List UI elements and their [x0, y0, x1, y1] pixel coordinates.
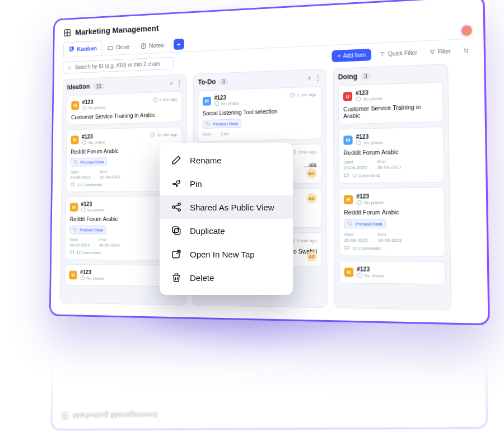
card-dates: Start20-08-2023 End20-09-2023: [344, 232, 440, 243]
filter-button[interactable]: Filter: [426, 45, 455, 58]
tab-notes-label: Notes: [149, 42, 164, 49]
svg-point-18: [357, 140, 361, 145]
info-icon: [82, 140, 87, 146]
assignee-badge[interactable]: AC: [306, 168, 316, 178]
column-todo-header: To-Do 3 + ⋮: [198, 74, 321, 86]
column-menu-button[interactable]: ⋮: [176, 79, 182, 87]
card[interactable]: H #123 No phase: [339, 261, 445, 285]
svg-point-19: [357, 200, 362, 205]
card-tag[interactable]: Preload Data: [69, 226, 106, 235]
svg-point-9: [82, 140, 86, 144]
card-color-icon: H: [71, 135, 78, 144]
ctx-open-label: Open In New Tap: [190, 250, 255, 259]
add-item-label: Add Item: [343, 51, 366, 59]
card[interactable]: M #123 No phase 1 min ago Social Listeni…: [198, 86, 321, 142]
card-color-icon: H: [71, 101, 79, 110]
clock-icon: [153, 97, 158, 102]
card-comments[interactable]: 12 Comments: [344, 245, 440, 251]
card-phase: No phase: [356, 139, 383, 146]
column-doing: Doing 3 U #123 No phase Customer Service…: [333, 64, 452, 310]
card[interactable]: M #123 No phase Reddit Forum Arabic Star…: [338, 126, 444, 184]
column-ideation-header: Ideation 10 + ⋮: [67, 79, 183, 91]
page-title-text: Marketing Management: [75, 24, 158, 37]
avatar[interactable]: [461, 25, 473, 37]
tag-icon: [347, 221, 353, 227]
column-todo-title: To-Do: [198, 78, 216, 86]
card-color-icon: U: [343, 92, 352, 101]
add-item-button[interactable]: + Add Item: [332, 49, 372, 62]
kanban-icon: [68, 46, 74, 53]
card-phase: No phase: [356, 199, 384, 205]
tab-kanban[interactable]: Kanban: [63, 40, 102, 57]
card-comments[interactable]: 12 Comments: [344, 171, 439, 179]
svg-point-7: [83, 106, 87, 110]
filter-icon: [429, 49, 436, 55]
column-add-button[interactable]: +: [169, 79, 173, 87]
assignee-badge[interactable]: AC: [307, 251, 317, 262]
card-color-icon: H: [69, 270, 77, 279]
card-timestamp: 10 min ago: [150, 132, 178, 138]
svg-point-17: [356, 97, 361, 101]
info-icon: [357, 273, 362, 278]
search-icon: [67, 65, 72, 71]
card-tag[interactable]: Preload Data: [203, 119, 241, 129]
card-dates: Start End: [203, 129, 317, 137]
duplicate-icon: [171, 225, 182, 236]
filter-label: Filter: [438, 48, 451, 55]
drive-icon: [108, 44, 114, 51]
open-external-icon: [171, 249, 182, 260]
card-timestamp: 1 min ago: [290, 91, 316, 98]
card-color-icon: H: [344, 268, 353, 277]
card-title: Customer Service Training in Arabic: [343, 103, 438, 119]
card-id: #123: [357, 266, 384, 273]
ctx-shared-public[interactable]: Shared As Public View: [160, 195, 293, 219]
ctx-duplicate[interactable]: Duplicate: [160, 219, 293, 242]
ctx-pin-label: Pin: [190, 179, 202, 189]
svg-point-13: [215, 101, 219, 106]
card-id: #123: [81, 201, 104, 207]
column-ideation-count: 10: [93, 82, 105, 90]
search-input[interactable]: [75, 60, 169, 71]
share-icon: [171, 201, 182, 213]
ctx-pin[interactable]: Pin: [160, 172, 293, 195]
card-color-icon: H: [70, 203, 78, 211]
card-phase: No phase: [356, 95, 382, 102]
tab-drive-label: Drive: [116, 44, 129, 50]
info-icon: [80, 275, 85, 281]
column-todo-count: 3: [219, 78, 228, 85]
card-tag[interactable]: Preload Data: [71, 157, 107, 166]
tab-notes[interactable]: Notes: [135, 37, 170, 54]
card-title: Reddit Forum Arabic: [343, 148, 438, 157]
column-ideation-title: Ideation: [67, 83, 90, 91]
assignee-badge[interactable]: AC: [307, 193, 317, 203]
info-icon: [356, 96, 361, 102]
quick-filter-label: Quick Filter: [388, 49, 417, 57]
svg-rect-3: [71, 47, 72, 52]
column-menu-button[interactable]: ⋮: [315, 74, 321, 82]
card[interactable]: H #123 No phase Reddit Forum Arabic Prel…: [339, 187, 445, 256]
quick-filter-button[interactable]: Quick Filter: [376, 47, 421, 60]
sort-button[interactable]: [459, 45, 473, 57]
card-timestamp: 5 min ago: [153, 96, 178, 102]
search-input-wrap[interactable]: [63, 57, 174, 74]
info-icon: [214, 101, 220, 106]
ctx-open-new-tab[interactable]: Open In New Tap: [160, 242, 293, 266]
card-color-icon: M: [343, 135, 352, 145]
tag-icon: [73, 160, 78, 165]
tab-drive[interactable]: Drive: [102, 39, 135, 55]
grid-icon: [63, 28, 71, 37]
card[interactable]: U #123 No phase Customer Service Trainin…: [338, 82, 444, 124]
card[interactable]: H #123 No phase 5 min ago Customer Servi…: [67, 91, 183, 125]
card-tag[interactable]: Preload Data: [344, 219, 386, 228]
card-id: #123: [356, 193, 384, 200]
info-icon: [356, 200, 362, 205]
column-add-button[interactable]: +: [307, 74, 311, 82]
card-timestamp: 5 min ago: [290, 237, 317, 243]
info-icon: [356, 140, 362, 146]
ctx-shared-label: Shared As Public View: [190, 203, 274, 212]
ctx-delete[interactable]: Delete: [160, 266, 293, 289]
ctx-rename[interactable]: Rename: [160, 148, 293, 172]
card-phase: No phase: [80, 275, 104, 281]
add-tab-button[interactable]: +: [174, 39, 184, 50]
tag-icon: [73, 227, 78, 233]
